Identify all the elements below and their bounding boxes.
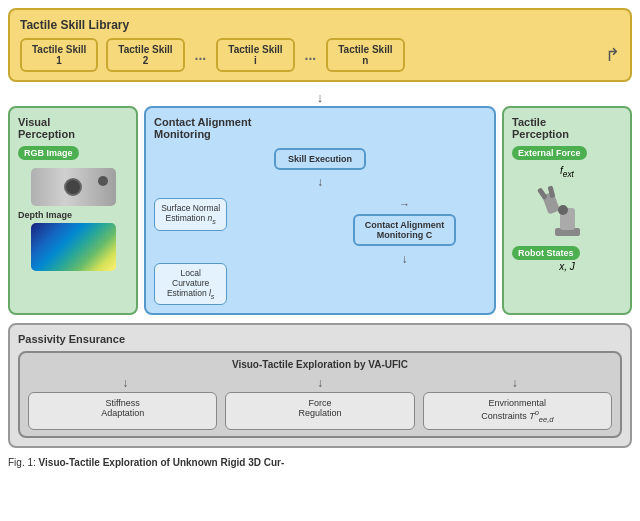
dots-2: ... <box>305 47 317 63</box>
arrow-library-to-middle: ↓ <box>8 90 632 105</box>
environmental-constraints-box: EnvrionmentalConstraints Toee,d <box>423 392 612 430</box>
svg-rect-4 <box>536 187 547 200</box>
passivity-title: Passivity Ensurance <box>18 333 622 345</box>
main-container: Tactile Skill Library Tactile Skill1 Tac… <box>8 8 632 470</box>
curved-arrow-right: ↱ <box>605 44 620 66</box>
left-arrow-contact: → <box>399 198 410 210</box>
tactile-perception-title: TactilePerception <box>512 116 622 140</box>
arrow-constraints: ↓ <box>512 376 518 390</box>
middle-section: VisualPerception RGB Image Depth Image C… <box>8 106 632 315</box>
va-ufic-arrows: ↓ ↓ ↓ <box>28 376 612 390</box>
dots-1: ... <box>195 47 207 63</box>
skill-pill-i: Tactile Skilli <box>216 38 294 72</box>
passivity-section: Passivity Ensurance Visuo-Tactile Explor… <box>8 323 632 448</box>
skill-library-title: Tactile Skill Library <box>20 18 620 32</box>
action-boxes-row: StiffnessAdaptation ForceRegulation Envr… <box>28 392 612 430</box>
contact-monitoring-box: Contact AlignmentMonitoring C <box>353 214 457 246</box>
depth-label: Depth Image <box>18 210 128 220</box>
surface-normal-box: Surface NormalEstimation ns <box>154 198 227 231</box>
external-force-chip: External Force <box>512 146 587 160</box>
robot-svg <box>525 183 610 238</box>
depth-image-visual <box>31 223 116 271</box>
ca-right-flow: → Contact AlignmentMonitoring C ↓ <box>323 194 486 268</box>
caption-text: Visuo-Tactile Exploration of Unknown Rig… <box>36 457 285 468</box>
ca-middle-row: Surface NormalEstimation ns Local Curvat… <box>154 194 486 305</box>
va-ufic-title: Visuo-Tactile Exploration by VA-UFIC <box>28 359 612 370</box>
robot-states-formula: x, J <box>512 261 622 272</box>
caption-fig-num: Fig. 1: <box>8 457 36 468</box>
visual-perception-box: VisualPerception RGB Image Depth Image <box>8 106 138 315</box>
arrow-stiffness: ↓ <box>122 376 128 390</box>
skill-pill-1: Tactile Skill1 <box>20 38 98 72</box>
arrow-exec-to-contact: ↓ <box>317 175 323 189</box>
skill-pill-2: Tactile Skill2 <box>106 38 184 72</box>
skill-execution-box: Skill Execution <box>274 148 366 170</box>
stiffness-adaptation-box: StiffnessAdaptation <box>28 392 217 430</box>
arrow-force: ↓ <box>317 376 323 390</box>
figure-caption: Fig. 1: Visuo-Tactile Exploration of Unk… <box>8 456 632 470</box>
skill-library-wrapper: Tactile Skill Library Tactile Skill1 Tac… <box>8 8 632 82</box>
svg-point-3 <box>558 205 568 215</box>
tactile-perception-box: TactilePerception External Force fext <box>502 106 632 315</box>
contact-alignment-box: Contact AlignmentMonitoring Skill Execut… <box>144 106 496 315</box>
contact-alignment-title: Contact AlignmentMonitoring <box>154 116 486 140</box>
rgb-image-chip: RGB Image <box>18 146 79 160</box>
arrow-from-contact: ↓ <box>402 252 408 266</box>
camera-sensor-image <box>31 168 116 206</box>
ca-left-estimations: Surface NormalEstimation ns Local Curvat… <box>154 194 317 305</box>
visual-perception-title: VisualPerception <box>18 116 128 140</box>
local-curvature-box: Local CurvatureEstimation ls <box>154 263 227 306</box>
va-ufic-box: Visuo-Tactile Exploration by VA-UFIC ↓ ↓… <box>18 351 622 438</box>
skill-pill-n: Tactile Skilln <box>326 38 404 72</box>
force-regulation-box: ForceRegulation <box>225 392 414 430</box>
robot-arm-illustration <box>525 183 610 238</box>
arrows-to-contact: → <box>399 198 410 210</box>
external-force-formula: fext <box>512 165 622 179</box>
robot-states-chip: Robot States <box>512 246 580 260</box>
ca-flow: Skill Execution ↓ Surface NormalEstimati… <box>154 148 486 305</box>
skill-pills-row: Tactile Skill1 Tactile Skill2 ... Tactil… <box>20 38 620 72</box>
skill-library-box: Tactile Skill Library Tactile Skill1 Tac… <box>8 8 632 82</box>
